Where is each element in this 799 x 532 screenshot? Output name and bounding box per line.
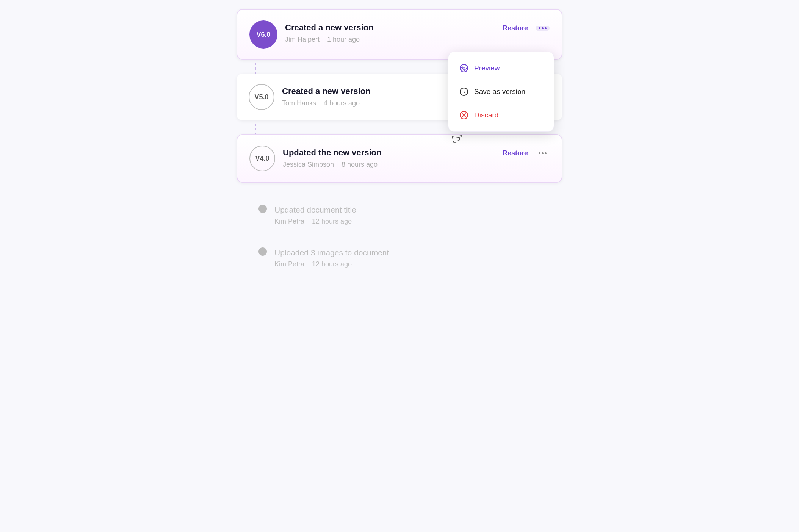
version-badge-v4: V4.0 — [249, 146, 275, 171]
version-badge-v6: V6.0 — [249, 20, 277, 49]
more-menu-button-v4[interactable] — [536, 151, 550, 156]
history-dot-2 — [258, 247, 267, 256]
dot3 — [545, 27, 547, 29]
version-author-v5: Tom Hanks — [282, 99, 316, 107]
save-version-icon — [459, 87, 469, 97]
history-meta-2: Kim Petra 12 hours ago — [274, 260, 562, 268]
version-meta-v6: Jim Halpert 1 hour ago — [285, 36, 492, 44]
history-time-1: 12 hours ago — [312, 217, 352, 225]
version-actions-v4: Restore — [500, 146, 550, 159]
more-menu-button-v6[interactable] — [536, 26, 550, 31]
preview-icon — [459, 63, 469, 73]
dropdown-item-save-as-version[interactable]: Save as version — [448, 80, 554, 103]
version-info-v4: Updated the new version Jessica Simpson … — [283, 146, 492, 169]
version-card-v4: V4.0 Updated the new version Jessica Sim… — [237, 134, 562, 183]
restore-button-v6[interactable]: Restore — [500, 23, 531, 34]
history-time-2: 12 hours ago — [312, 260, 352, 268]
version-badge-v5: V5.0 — [249, 84, 274, 110]
dot1-v4 — [539, 152, 540, 154]
dropdown-discard-label: Discard — [474, 111, 498, 119]
history-dot-container-1 — [237, 204, 274, 213]
history-dot-container-2 — [237, 247, 274, 256]
history-content-2: Uploaded 3 images to document Kim Petra … — [274, 247, 562, 276]
dot2 — [542, 27, 544, 29]
dot1 — [539, 27, 540, 29]
history-top-line — [255, 189, 255, 204]
dropdown-save-version-label: Save as version — [474, 88, 525, 96]
history-connector-top — [237, 189, 562, 204]
history-title-2: Uploaded 3 images to document — [274, 248, 562, 257]
version-title-v6: Created a new version — [285, 23, 492, 33]
history-mid-line — [255, 233, 255, 247]
version-author-v6: Jim Halpert — [285, 36, 320, 44]
history-author-1: Kim Petra — [274, 217, 304, 225]
discard-icon — [459, 110, 469, 120]
history-item-2: Uploaded 3 images to document Kim Petra … — [237, 247, 562, 276]
version-time-v5: 4 hours ago — [324, 99, 360, 107]
svg-point-2 — [462, 66, 467, 71]
history-connector-middle — [237, 233, 562, 247]
history-meta-1: Kim Petra 12 hours ago — [274, 217, 562, 225]
version-title-v4: Updated the new version — [283, 148, 492, 158]
dropdown-item-preview[interactable]: Preview — [448, 56, 554, 80]
version-time-v4: 8 hours ago — [342, 161, 378, 169]
dropdown-item-discard[interactable]: Discard — [448, 103, 554, 127]
version-time-v6: 1 hour ago — [327, 36, 360, 44]
history-content-1: Updated document title Kim Petra 12 hour… — [274, 204, 562, 233]
connector-line-v5-v4 — [255, 124, 256, 134]
version-card-v6: V6.0 Created a new version Jim Halpert 1… — [237, 9, 562, 60]
context-dropdown-menu: Preview Save as version — [448, 52, 554, 132]
version-meta-v4: Jessica Simpson 8 hours ago — [283, 161, 492, 169]
history-author-2: Kim Petra — [274, 260, 304, 268]
dropdown-preview-label: Preview — [474, 64, 500, 72]
history-item-1: Updated document title Kim Petra 12 hour… — [237, 204, 562, 233]
svg-point-1 — [463, 67, 465, 69]
history-title-1: Updated document title — [274, 205, 562, 214]
versions-container: V6.0 Created a new version Jim Halpert 1… — [237, 9, 562, 276]
version-actions-v6: Restore — [500, 20, 550, 34]
history-dot-1 — [258, 205, 267, 213]
restore-button-v4[interactable]: Restore — [500, 148, 531, 159]
dot2-v4 — [542, 152, 544, 154]
version-author-v4: Jessica Simpson — [283, 161, 334, 169]
connector-line-v6-v5 — [255, 63, 256, 74]
history-section: Updated document title Kim Petra 12 hour… — [237, 186, 562, 276]
dot3-v4 — [545, 152, 547, 154]
version-info-v6: Created a new version Jim Halpert 1 hour… — [285, 20, 492, 44]
